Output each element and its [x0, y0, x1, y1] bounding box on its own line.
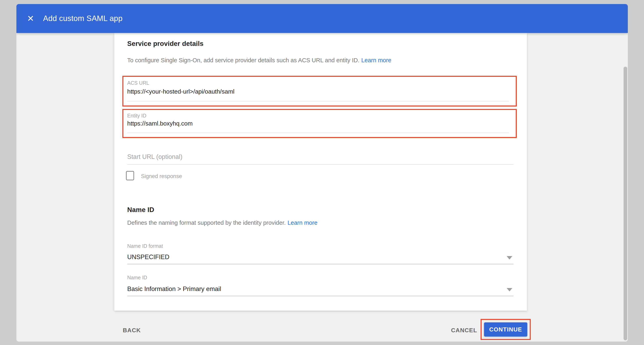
entity-id-label: Entity ID: [127, 113, 146, 119]
acs-url-underline: [127, 101, 509, 101]
service-provider-description-text: To configure Single Sign-On, add service…: [127, 57, 360, 63]
name-id-label: Name ID: [127, 275, 147, 281]
name-id-format-label: Name ID format: [127, 243, 163, 249]
dialog-header: ✕ Add custom SAML app: [16, 4, 628, 33]
back-button[interactable]: BACK: [119, 325, 144, 336]
name-id-heading: Name ID: [127, 206, 154, 214]
name-id-underline: [127, 296, 514, 296]
chevron-down-icon: [507, 288, 512, 292]
name-id-value: Basic Information > Primary email: [127, 285, 221, 293]
acs-url-label: ACS URL: [127, 80, 149, 86]
name-id-format-underline: [127, 264, 514, 264]
continue-highlight-box: CONTINUE: [480, 319, 531, 340]
name-id-description-text: Defines the naming format supported by t…: [127, 220, 286, 226]
acs-url-highlight-box: ACS URL: [122, 76, 517, 106]
start-url-underline: [127, 164, 514, 165]
acs-url-input[interactable]: [127, 88, 508, 95]
chevron-down-icon: [507, 256, 512, 260]
dialog-title: Add custom SAML app: [43, 14, 122, 23]
add-custom-saml-app-dialog: ✕ Add custom SAML app Service provider d…: [16, 4, 628, 342]
signed-response-label: Signed response: [141, 173, 182, 179]
continue-button[interactable]: CONTINUE: [484, 322, 527, 337]
service-provider-heading: Service provider details: [127, 40, 204, 47]
close-icon[interactable]: ✕: [24, 12, 36, 25]
name-id-format-value: UNSPECIFIED: [127, 254, 169, 261]
form-card: Service provider details To configure Si…: [114, 33, 527, 311]
service-provider-description: To configure Single Sign-On, add service…: [127, 56, 392, 64]
start-url-input[interactable]: [127, 152, 514, 161]
name-id-description: Defines the naming format supported by t…: [127, 219, 318, 227]
name-id-format-select[interactable]: UNSPECIFIED: [127, 252, 512, 262]
name-id-select[interactable]: Basic Information > Primary email: [127, 284, 512, 294]
entity-id-highlight-box: Entity ID: [122, 109, 517, 138]
learn-more-link[interactable]: Learn more: [361, 57, 391, 63]
scrollbar-thumb[interactable]: [624, 67, 627, 340]
signed-response-checkbox[interactable]: [126, 171, 134, 180]
entity-id-input[interactable]: [127, 120, 508, 127]
cancel-button[interactable]: CANCEL: [448, 325, 481, 336]
name-id-learn-more-link[interactable]: Learn more: [288, 220, 317, 226]
entity-id-underline: [127, 133, 509, 133]
page-background: ✕ Add custom SAML app Service provider d…: [0, 0, 644, 345]
